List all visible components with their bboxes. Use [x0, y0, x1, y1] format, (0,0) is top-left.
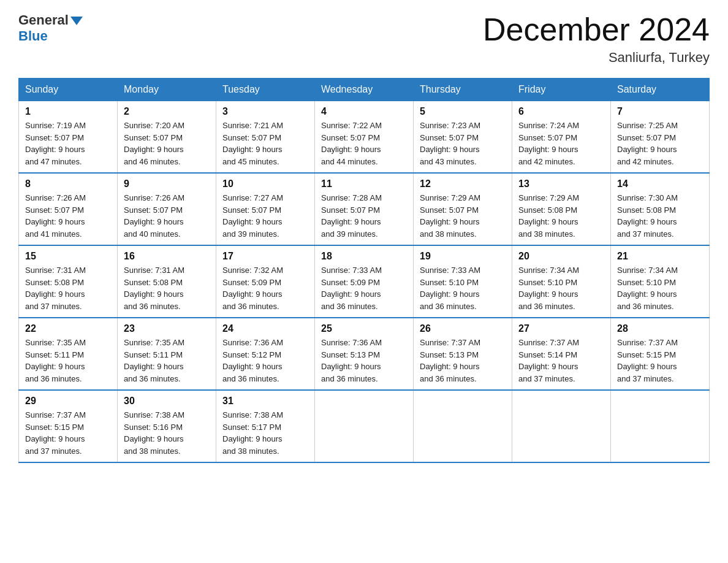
day-info: Sunrise: 7:37 AM Sunset: 5:13 PM Dayligh…: [420, 337, 506, 385]
calendar-cell: 2 Sunrise: 7:20 AM Sunset: 5:07 PM Dayli…: [118, 101, 216, 173]
day-info: Sunrise: 7:37 AM Sunset: 5:14 PM Dayligh…: [518, 337, 604, 385]
calendar-cell: 15 Sunrise: 7:31 AM Sunset: 5:08 PM Dayl…: [19, 245, 118, 318]
calendar-cell: 21 Sunrise: 7:34 AM Sunset: 5:10 PM Dayl…: [611, 245, 710, 318]
day-header-saturday: Saturday: [611, 79, 710, 101]
calendar-table: SundayMondayTuesdayWednesdayThursdayFrid…: [18, 78, 710, 463]
calendar-cell: 6 Sunrise: 7:24 AM Sunset: 5:07 PM Dayli…: [512, 101, 611, 173]
day-number: 3: [222, 106, 308, 117]
day-info: Sunrise: 7:34 AM Sunset: 5:10 PM Dayligh…: [617, 264, 703, 312]
day-number: 8: [25, 178, 111, 190]
day-info: Sunrise: 7:36 AM Sunset: 5:12 PM Dayligh…: [222, 337, 308, 385]
calendar-cell: [512, 390, 611, 462]
calendar-cell: 13 Sunrise: 7:29 AM Sunset: 5:08 PM Dayl…: [512, 173, 611, 245]
day-number: 17: [222, 251, 308, 262]
calendar-cell: 23 Sunrise: 7:35 AM Sunset: 5:11 PM Dayl…: [118, 318, 216, 390]
day-number: 24: [222, 323, 308, 334]
day-info: Sunrise: 7:37 AM Sunset: 5:15 PM Dayligh…: [617, 337, 703, 385]
calendar-cell: 17 Sunrise: 7:32 AM Sunset: 5:09 PM Dayl…: [216, 245, 315, 318]
logo-triangle-icon: [70, 17, 83, 25]
day-info: Sunrise: 7:29 AM Sunset: 5:07 PM Dayligh…: [420, 192, 506, 240]
day-number: 22: [25, 323, 111, 334]
calendar-cell: 11 Sunrise: 7:28 AM Sunset: 5:07 PM Dayl…: [315, 173, 414, 245]
logo-wrapper: General Blue: [18, 12, 83, 44]
day-number: 5: [420, 106, 506, 117]
week-row-3: 15 Sunrise: 7:31 AM Sunset: 5:08 PM Dayl…: [19, 245, 710, 318]
day-info: Sunrise: 7:26 AM Sunset: 5:07 PM Dayligh…: [124, 192, 210, 240]
logo-blue-text: Blue: [18, 28, 48, 44]
day-info: Sunrise: 7:30 AM Sunset: 5:08 PM Dayligh…: [617, 192, 703, 240]
day-number: 27: [518, 323, 604, 334]
day-info: Sunrise: 7:21 AM Sunset: 5:07 PM Dayligh…: [222, 120, 308, 167]
day-number: 21: [617, 251, 703, 262]
day-info: Sunrise: 7:24 AM Sunset: 5:07 PM Dayligh…: [518, 120, 604, 167]
day-header-tuesday: Tuesday: [216, 79, 315, 101]
calendar-cell: 7 Sunrise: 7:25 AM Sunset: 5:07 PM Dayli…: [611, 101, 710, 173]
calendar-cell: 22 Sunrise: 7:35 AM Sunset: 5:11 PM Dayl…: [19, 318, 118, 390]
day-number: 13: [518, 178, 604, 190]
calendar-title: December 2024: [483, 12, 710, 47]
day-header-sunday: Sunday: [19, 79, 118, 101]
title-area: December 2024 Sanliurfa, Turkey: [483, 12, 710, 66]
calendar-cell: 28 Sunrise: 7:37 AM Sunset: 5:15 PM Dayl…: [611, 318, 710, 390]
day-number: 9: [124, 178, 210, 190]
day-number: 31: [222, 396, 308, 407]
logo-line1: General: [18, 12, 83, 28]
day-number: 28: [617, 323, 703, 334]
day-number: 6: [518, 106, 604, 117]
week-row-4: 22 Sunrise: 7:35 AM Sunset: 5:11 PM Dayl…: [19, 318, 710, 390]
day-number: 19: [420, 251, 506, 262]
logo-blue-line: Blue: [18, 28, 83, 44]
day-info: Sunrise: 7:19 AM Sunset: 5:07 PM Dayligh…: [25, 120, 111, 167]
day-header-friday: Friday: [512, 79, 611, 101]
day-info: Sunrise: 7:20 AM Sunset: 5:07 PM Dayligh…: [124, 120, 210, 167]
day-number: 14: [617, 178, 703, 190]
day-header-monday: Monday: [118, 79, 216, 101]
day-info: Sunrise: 7:29 AM Sunset: 5:08 PM Dayligh…: [518, 192, 604, 240]
week-row-5: 29 Sunrise: 7:37 AM Sunset: 5:15 PM Dayl…: [19, 390, 710, 462]
calendar-cell: 9 Sunrise: 7:26 AM Sunset: 5:07 PM Dayli…: [118, 173, 216, 245]
calendar-cell: [611, 390, 710, 462]
day-info: Sunrise: 7:35 AM Sunset: 5:11 PM Dayligh…: [25, 337, 111, 385]
day-info: Sunrise: 7:37 AM Sunset: 5:15 PM Dayligh…: [25, 409, 111, 457]
day-info: Sunrise: 7:31 AM Sunset: 5:08 PM Dayligh…: [124, 264, 210, 312]
calendar-cell: 5 Sunrise: 7:23 AM Sunset: 5:07 PM Dayli…: [414, 101, 512, 173]
calendar-cell: [414, 390, 512, 462]
day-number: 15: [25, 251, 111, 262]
calendar-cell: 27 Sunrise: 7:37 AM Sunset: 5:14 PM Dayl…: [512, 318, 611, 390]
calendar-body: 1 Sunrise: 7:19 AM Sunset: 5:07 PM Dayli…: [19, 101, 710, 462]
day-number: 2: [124, 106, 210, 117]
calendar-cell: 31 Sunrise: 7:38 AM Sunset: 5:17 PM Dayl…: [216, 390, 315, 462]
day-info: Sunrise: 7:23 AM Sunset: 5:07 PM Dayligh…: [420, 120, 506, 167]
logo-general-text: General: [18, 12, 69, 28]
calendar-cell: 19 Sunrise: 7:33 AM Sunset: 5:10 PM Dayl…: [414, 245, 512, 318]
day-number: 20: [518, 251, 604, 262]
day-info: Sunrise: 7:22 AM Sunset: 5:07 PM Dayligh…: [321, 120, 407, 167]
day-info: Sunrise: 7:36 AM Sunset: 5:13 PM Dayligh…: [321, 337, 407, 385]
calendar-cell: 30 Sunrise: 7:38 AM Sunset: 5:16 PM Dayl…: [118, 390, 216, 462]
calendar-cell: [315, 390, 414, 462]
day-number: 4: [321, 106, 407, 117]
calendar-cell: 4 Sunrise: 7:22 AM Sunset: 5:07 PM Dayli…: [315, 101, 414, 173]
calendar-cell: 16 Sunrise: 7:31 AM Sunset: 5:08 PM Dayl…: [118, 245, 216, 318]
day-info: Sunrise: 7:35 AM Sunset: 5:11 PM Dayligh…: [124, 337, 210, 385]
calendar-cell: 24 Sunrise: 7:36 AM Sunset: 5:12 PM Dayl…: [216, 318, 315, 390]
calendar-cell: 29 Sunrise: 7:37 AM Sunset: 5:15 PM Dayl…: [19, 390, 118, 462]
calendar-cell: 8 Sunrise: 7:26 AM Sunset: 5:07 PM Dayli…: [19, 173, 118, 245]
calendar-cell: 26 Sunrise: 7:37 AM Sunset: 5:13 PM Dayl…: [414, 318, 512, 390]
day-info: Sunrise: 7:25 AM Sunset: 5:07 PM Dayligh…: [617, 120, 703, 167]
day-number: 10: [222, 178, 308, 190]
calendar-header: SundayMondayTuesdayWednesdayThursdayFrid…: [19, 79, 710, 101]
day-number: 25: [321, 323, 407, 334]
day-info: Sunrise: 7:34 AM Sunset: 5:10 PM Dayligh…: [518, 264, 604, 312]
calendar-cell: 25 Sunrise: 7:36 AM Sunset: 5:13 PM Dayl…: [315, 318, 414, 390]
day-number: 29: [25, 396, 111, 407]
week-row-1: 1 Sunrise: 7:19 AM Sunset: 5:07 PM Dayli…: [19, 101, 710, 173]
day-info: Sunrise: 7:26 AM Sunset: 5:07 PM Dayligh…: [25, 192, 111, 240]
day-info: Sunrise: 7:28 AM Sunset: 5:07 PM Dayligh…: [321, 192, 407, 240]
day-number: 26: [420, 323, 506, 334]
day-info: Sunrise: 7:38 AM Sunset: 5:17 PM Dayligh…: [222, 409, 308, 457]
day-info: Sunrise: 7:38 AM Sunset: 5:16 PM Dayligh…: [124, 409, 210, 457]
calendar-cell: 3 Sunrise: 7:21 AM Sunset: 5:07 PM Dayli…: [216, 101, 315, 173]
day-header-row: SundayMondayTuesdayWednesdayThursdayFrid…: [19, 79, 710, 101]
day-number: 30: [124, 396, 210, 407]
